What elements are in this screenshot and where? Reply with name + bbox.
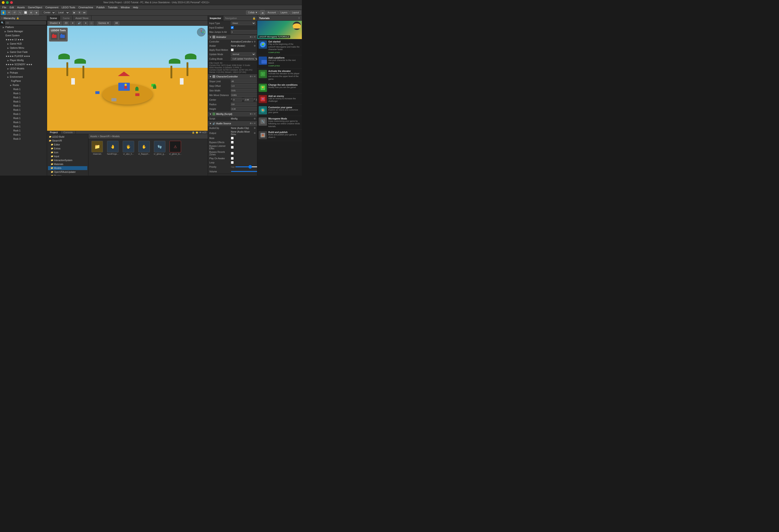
ft-item-icon[interactable]: 📁 Icon — [48, 151, 87, 155]
list-item[interactable]: Rock 1 — [0, 112, 47, 116]
hierarchy-add-icon[interactable]: ≡ — [1, 17, 3, 19]
scene-gizmo[interactable]: Y X — [197, 27, 206, 37]
project-star-icon[interactable]: ⭐ — [195, 131, 198, 134]
menu-tutorials[interactable]: Tutorials — [107, 5, 119, 9]
min-move-input[interactable] — [231, 93, 257, 97]
menu-assets[interactable]: Assets — [16, 5, 26, 9]
bypass-effects-checkbox[interactable] — [231, 141, 234, 143]
list-item[interactable]: Rock 1 — [0, 108, 47, 112]
loop-checkbox[interactable] — [231, 161, 234, 164]
tab-console[interactable]: Console — [61, 131, 75, 134]
asset-item-vralyx[interactable]: 🖐 vr_alyx_h... — [122, 141, 135, 155]
ft-item-editor[interactable]: 📁 Editor — [48, 143, 87, 146]
menu-publish[interactable]: Publish — [95, 5, 106, 9]
tutorial-more-icon[interactable]: ⋮ — [298, 17, 300, 19]
ft-item-models[interactable]: 📂 Models — [48, 166, 87, 170]
play-awake-checkbox[interactable] — [231, 157, 234, 160]
output-picker-icon[interactable]: ⊙ — [254, 132, 256, 134]
all-button[interactable]: All — [114, 21, 119, 25]
hierarchy-item-scenery-section[interactable]: ★★★★ SCENERY ★★★ — [0, 62, 47, 67]
hierarchy-item-event-system[interactable]: Event System — [0, 34, 47, 38]
tutorial-item-mods[interactable]: 🔧 Microgame Mods Keep customizing your g… — [257, 116, 302, 130]
script-picker-icon[interactable]: ⊙ — [254, 117, 256, 120]
list-item[interactable]: Rock 1 — [0, 104, 47, 108]
effects-button[interactable]: ✦ — [83, 21, 88, 25]
volume-slider[interactable] — [231, 171, 257, 172]
tab-scene[interactable]: Scene — [47, 16, 60, 20]
menu-edit[interactable]: Edit — [8, 5, 15, 9]
char-controller-header[interactable]: ▼ CharacterController ⚙ ≡ ✕ — [208, 74, 257, 79]
pivot-dropdown[interactable]: Center Pivot — [42, 10, 56, 15]
scale-tool[interactable]: ⤡ — [17, 10, 22, 15]
asset-item-materials[interactable]: 📁 Materials — [90, 141, 104, 155]
hierarchy-item-platform[interactable]: ▶ Platform — [0, 25, 47, 29]
inspector-lock-icon[interactable]: 🔒 — [251, 16, 257, 21]
menu-gameobject[interactable]: GameObject — [26, 5, 44, 9]
tutorial-item-publish[interactable]: 📤 Build and publish Build and publish yo… — [257, 130, 302, 141]
slope-input[interactable] — [231, 79, 257, 83]
lighting-button[interactable]: ☀ — [70, 21, 75, 25]
ft-item-input[interactable]: 📁 Input — [48, 155, 87, 158]
tutorial-item-win[interactable]: 🏆 Change the win conditions Modify how y… — [257, 82, 302, 94]
menu-window[interactable]: Window — [119, 5, 131, 9]
gizmos-button[interactable]: Gizmos ▼ — [97, 21, 111, 25]
controller-picker-icon[interactable]: ⊙ — [254, 41, 256, 43]
list-item[interactable]: Rock 1 — [0, 125, 47, 129]
tab-game[interactable]: Game — [60, 16, 73, 20]
custom-tool[interactable]: ◈ — [34, 10, 39, 15]
bypass-reverb-checkbox[interactable] — [231, 152, 234, 155]
animator-section-header[interactable]: ▼ Animator ⚙ ≡ ✕ — [208, 35, 257, 40]
ft-item-legobuild[interactable]: 📁 LEGO Build — [48, 135, 87, 139]
list-item[interactable]: Rock 1 — [0, 92, 47, 96]
play-button[interactable]: ▶ — [72, 11, 77, 15]
hierarchy-item-ui[interactable]: ★★★★ UI ★★★ — [0, 38, 47, 42]
tab-asset-store[interactable]: Asset Store — [73, 16, 92, 20]
project-eye-icon[interactable]: 👁 — [199, 131, 201, 134]
pause-button[interactable]: ⏸ — [77, 11, 82, 15]
hierarchy-item-player-section[interactable]: ★★★★ PLAYER ★★★ — [0, 54, 47, 58]
ft-item-materials[interactable]: 📁 Materials — [48, 162, 87, 166]
hierarchy-item-pickups[interactable]: ▶ Pickups — [0, 71, 47, 75]
menu-lego-tools[interactable]: LEGO Tools — [60, 5, 76, 9]
hierarchy-item-player-minifig[interactable]: ▶ Player Minifig — [0, 58, 47, 62]
2d-button[interactable]: 2D — [63, 21, 69, 25]
hierarchy-item-gameover[interactable]: ▶ Game Over Fade — [0, 50, 47, 54]
hierarchy-lock-icon[interactable]: 🔒 — [16, 17, 19, 19]
minimize-button[interactable] — [2, 1, 5, 4]
minifig-section-header[interactable]: ▼ Minifig (Script) ⚙ ≡ ✕ — [208, 111, 257, 117]
input-type-dropdown[interactable]: Direct — [231, 21, 256, 25]
bypass-listener-checkbox[interactable] — [231, 146, 234, 149]
tab-project[interactable]: Project — [47, 131, 61, 134]
account-button[interactable]: Account — [265, 11, 278, 14]
list-item[interactable]: Rock 1 — [0, 129, 47, 133]
window-controls[interactable] — [2, 1, 13, 4]
apply-root-checkbox[interactable] — [231, 49, 234, 51]
menu-component[interactable]: Component — [44, 5, 60, 9]
list-item[interactable]: Rock 1 — [0, 87, 47, 92]
tutorial-video[interactable]: LEGO® Microgame TUTORIALS — [257, 21, 302, 39]
hand-tool[interactable]: ✋ — [1, 10, 6, 15]
project-lock-icon[interactable]: 🔒 — [192, 131, 194, 134]
menu-cinemachine[interactable]: Cinemachine — [77, 5, 95, 9]
max-jumps-input[interactable] — [231, 30, 257, 34]
tab-inspector[interactable]: Inspector — [208, 16, 223, 21]
tutorial-item-customize[interactable]: 🎨 Customize your game Explore an island … — [257, 105, 302, 116]
asset-item-vrglove1[interactable]: 🧤 vr_glove_g... — [153, 141, 167, 155]
layers-button[interactable]: Layers — [279, 11, 290, 14]
audio-button[interactable]: 🔊 — [76, 21, 82, 25]
hierarchy-item-game-manager[interactable]: ▶ Game Manager — [0, 29, 47, 34]
layout-button[interactable]: Layout — [290, 11, 301, 14]
list-item[interactable]: Rock 1 — [0, 120, 47, 125]
shaded-dropdown[interactable]: Shaded ▼ — [48, 21, 62, 25]
center-x[interactable] — [233, 98, 242, 102]
culling-mode-dropdown[interactable]: Cull Update Transforms — [231, 57, 257, 61]
lego-tool-icon-1[interactable] — [51, 33, 58, 40]
list-item[interactable]: Rock 1 — [0, 96, 47, 100]
skin-input[interactable] — [231, 89, 257, 93]
list-item[interactable]: Rock 1 — [0, 116, 47, 120]
hierarchy-item-options[interactable]: ▶ Options Menu — [0, 46, 47, 50]
ft-item-extras[interactable]: 📁 Extras — [48, 146, 87, 151]
hierarchy-search-input[interactable] — [5, 21, 46, 24]
cloud-button[interactable]: ☁ — [260, 10, 265, 15]
list-item[interactable]: Rock 1 — [0, 100, 47, 104]
